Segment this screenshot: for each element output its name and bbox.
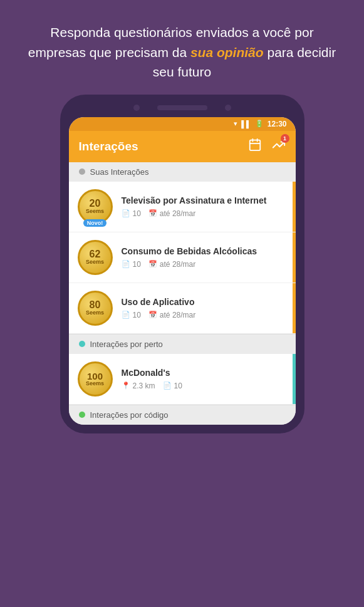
section-dot-green — [79, 412, 85, 418]
battery-icon: 🔋 — [255, 120, 264, 128]
item-title-mcdonalds: McDonald's — [122, 368, 287, 378]
coin-value-televisao: 20 — [90, 199, 101, 209]
app-toolbar: Interações 1 — [69, 131, 296, 162]
deadline-meta-aplicativo: 📅 até 28/mar — [148, 311, 195, 319]
calendar-icon-aplicativo: 📅 — [148, 311, 157, 319]
coin-value-bebidas: 62 — [90, 249, 101, 259]
item-content-mcdonalds: McDonald's 📍 2.3 km 📄 10 — [113, 368, 287, 390]
item-title-aplicativo: Uso de Aplicativo — [122, 297, 287, 307]
deadline-meta-bebidas: 📅 até 28/mar — [148, 260, 195, 269]
coin-label-bebidas: Seems — [86, 259, 104, 265]
svg-rect-0 — [249, 140, 260, 151]
distance-meta-mcdonalds: 📍 2.3 km — [122, 381, 155, 390]
section-dot-gray — [79, 169, 85, 175]
section-dot-teal — [79, 341, 85, 347]
signal-icon: ▌▌ — [241, 120, 251, 128]
item-content-televisao: Televisão por Assinatura e Internet 📄 10… — [113, 195, 287, 218]
item-meta-televisao: 📄 10 📅 até 28/mar — [122, 209, 287, 218]
list-item-bebidas[interactable]: 62 Seems Consumo de Bebidas Alcóolicas 📄… — [69, 232, 296, 283]
deadline-meta-televisao: 📅 até 28/mar — [148, 209, 195, 218]
questions-meta-televisao: 📄 10 — [122, 209, 141, 218]
coin-televisao: 20 Seems Novo! — [78, 189, 113, 224]
coin-mcdonalds: 100 Seems — [78, 361, 113, 397]
list-item-aplicativo[interactable]: 80 Seems Uso de Aplicativo 📄 10 📅 até 28… — [69, 283, 296, 334]
questions-meta-aplicativo: 📄 10 — [122, 311, 141, 319]
hero-highlight: sua opinião — [190, 45, 264, 60]
item-title-bebidas: Consumo de Bebidas Alcóolicas — [122, 246, 287, 256]
location-icon: 📍 — [122, 381, 130, 390]
item-meta-mcdonalds: 📍 2.3 km 📄 10 — [122, 381, 287, 390]
section-suas-interacoes-header: Suas Interações — [69, 162, 296, 182]
list-item-mcdonalds[interactable]: 100 Seems McDonald's 📍 2.3 km 📄 10 — [69, 354, 296, 405]
coin-value-aplicativo: 80 — [90, 300, 101, 310]
notch-camera-right — [225, 105, 231, 111]
coin-label-mcdonalds: Seems — [86, 381, 104, 387]
trend-icon-btn[interactable]: 1 — [272, 138, 286, 155]
hero-text: Responda questionários enviados a você p… — [23, 23, 341, 82]
notch-camera-left — [133, 105, 140, 111]
wifi-icon: ▾ — [234, 120, 237, 128]
calendar-icon-btn[interactable] — [248, 138, 262, 155]
item-meta-aplicativo: 📄 10 📅 até 28/mar — [122, 311, 287, 319]
calendar-icon-meta: 📅 — [148, 209, 157, 217]
section-suas-interacoes-label: Suas Interações — [90, 167, 149, 177]
accent-bar-bebidas — [293, 232, 296, 283]
app-title: Interações — [79, 140, 138, 153]
phone-notch — [69, 103, 296, 117]
status-time: 12:30 — [268, 120, 287, 128]
notch-speaker — [157, 105, 207, 110]
list-item-televisao[interactable]: 20 Seems Novo! Televisão por Assinatura … — [69, 182, 296, 232]
calendar-icon-bebidas: 📅 — [148, 260, 157, 268]
questions-meta-bebidas: 📄 10 — [122, 260, 141, 269]
notification-badge: 1 — [281, 134, 289, 143]
coin-bebidas: 62 Seems — [78, 240, 113, 275]
phone-wrapper: ▾ ▌▌ 🔋 12:30 Interações — [60, 95, 304, 433]
item-meta-bebidas: 📄 10 📅 até 28/mar — [122, 260, 287, 269]
section-por-perto-header: Interações por perto — [69, 334, 296, 354]
coin-label-aplicativo: Seems — [86, 310, 104, 316]
section-por-codigo-header: Interações por código — [69, 405, 296, 425]
accent-bar-aplicativo — [293, 283, 296, 333]
coin-aplicativo: 80 Seems — [78, 291, 113, 326]
section-por-codigo-label: Interações por código — [90, 410, 169, 420]
accent-bar-televisao — [293, 182, 296, 232]
coin-value-mcdonalds: 100 — [87, 371, 103, 381]
phone-screen: ▾ ▌▌ 🔋 12:30 Interações — [69, 117, 296, 425]
accent-bar-mcdonalds — [293, 354, 296, 404]
item-content-bebidas: Consumo de Bebidas Alcóolicas 📄 10 📅 até… — [113, 246, 287, 269]
questions-icon: 📄 — [122, 209, 130, 217]
hero-section: Responda questionários enviados a você p… — [0, 0, 364, 95]
toolbar-actions: 1 — [248, 138, 286, 155]
questions-icon-aplicativo: 📄 — [122, 311, 130, 319]
coin-label-televisao: Seems — [86, 209, 104, 214]
questions-icon-bebidas: 📄 — [122, 260, 130, 268]
status-bar: ▾ ▌▌ 🔋 12:30 — [69, 117, 296, 131]
section-por-perto-label: Interações por perto — [90, 340, 163, 349]
questions-icon-mcdonalds: 📄 — [163, 381, 172, 390]
questions-meta-mcdonalds: 📄 10 — [163, 381, 182, 390]
item-content-aplicativo: Uso de Aplicativo 📄 10 📅 até 28/mar — [113, 297, 287, 319]
item-title-televisao: Televisão por Assinatura e Internet — [122, 195, 287, 205]
novo-badge-televisao: Novo! — [83, 219, 107, 227]
